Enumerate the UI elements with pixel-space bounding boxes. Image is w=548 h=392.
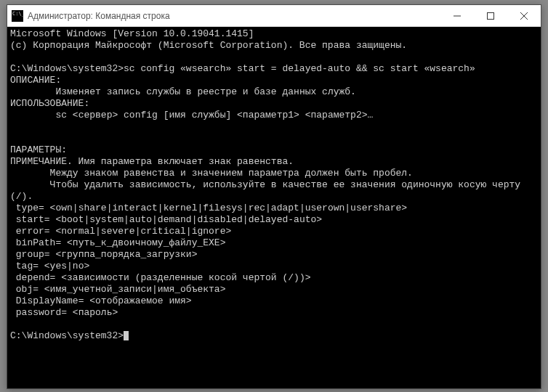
terminal-line: error= <normal|severe|critical|ignore>: [10, 226, 538, 237]
terminal-line: ПАРАМЕТРЫ:: [10, 144, 538, 156]
terminal-line: [10, 319, 538, 330]
cmd-icon: [12, 10, 23, 22]
titlebar[interactable]: Администратор: Командная строка: [7, 5, 541, 27]
terminal-line: type= <own|share|interact|kernel|filesys…: [10, 203, 538, 214]
maximize-button[interactable]: [474, 5, 507, 26]
cursor: [124, 331, 129, 340]
terminal-line: [10, 52, 538, 63]
terminal-line: Чтобы удалить зависимость, используйте в…: [10, 179, 538, 203]
terminal-line: [10, 133, 538, 144]
terminal-line: C:\Windows\system32>sc config «wsearch» …: [10, 63, 538, 75]
terminal-line: start= <boot|system|auto|demand|disabled…: [10, 214, 538, 226]
terminal-line: password= <пароль>: [10, 307, 538, 319]
terminal-line: binPath= <путь_к_двоичному_файлу_EXE>: [10, 237, 538, 249]
svg-rect-1: [488, 12, 494, 19]
terminal-line: DisplayName= <отображаемое имя>: [10, 295, 538, 307]
terminal-prompt[interactable]: C:\Windows\system32>: [10, 330, 538, 342]
terminal-line: group= <группа_порядка_загрузки>: [10, 249, 538, 261]
close-button[interactable]: [507, 5, 541, 26]
minimize-button[interactable]: [440, 5, 474, 26]
window-controls: [440, 5, 541, 26]
terminal-line: tag= <yes|no>: [10, 261, 538, 272]
prompt-text: C:\Windows\system32>: [10, 330, 124, 341]
terminal-output[interactable]: Microsoft Windows [Version 10.0.19041.14…: [7, 27, 541, 388]
terminal-line: obj= <имя_учетной_записи|имя_объекта>: [10, 284, 538, 295]
window-title: Администратор: Командная строка: [28, 11, 440, 21]
terminal-line: ИСПОЛЬЗОВАНИЕ:: [10, 98, 538, 110]
terminal-line: (c) Корпорация Майкрософт (Microsoft Cor…: [10, 40, 538, 52]
terminal-line: Изменяет запись службы в реестре и базе …: [10, 86, 538, 98]
terminal-line: sc <сервер> config [имя службы] <парамет…: [10, 110, 538, 121]
terminal-line: [10, 121, 538, 133]
command-prompt-window: Администратор: Командная строка Microsof…: [7, 4, 541, 389]
terminal-line: depend= <зависимости (разделенные косой …: [10, 272, 538, 284]
terminal-line: ПРИМЕЧАНИЕ. Имя параметра включает знак …: [10, 156, 538, 168]
terminal-line: Microsoft Windows [Version 10.0.19041.14…: [10, 28, 538, 40]
terminal-line: Между знаком равенства и значением парам…: [10, 168, 538, 179]
terminal-line: ОПИСАНИЕ:: [10, 75, 538, 86]
